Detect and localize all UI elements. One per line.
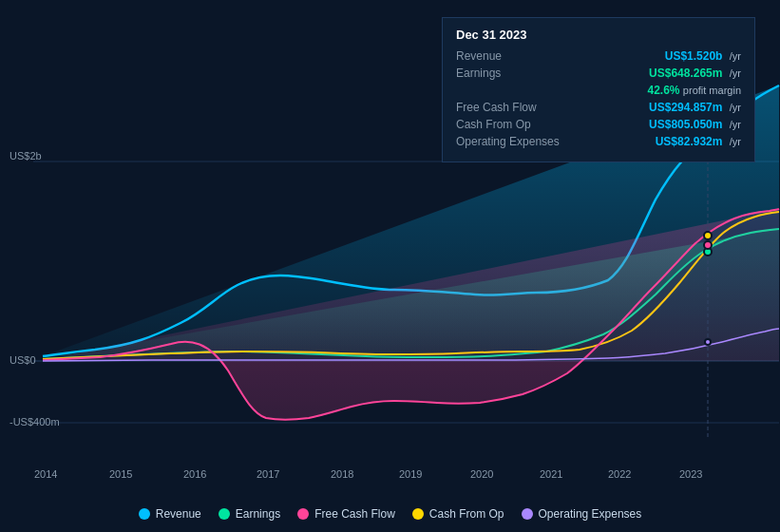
svg-point-7: [704, 232, 712, 239]
tooltip-revenue-label: Revenue: [456, 49, 561, 63]
legend-earnings[interactable]: Earnings: [219, 507, 280, 521]
tooltip-margin-pct: 42.6%: [647, 84, 679, 97]
tooltip-earnings-label: Earnings: [456, 66, 561, 80]
legend-earnings-label: Earnings: [236, 507, 280, 521]
legend-fcf[interactable]: Free Cash Flow: [297, 507, 395, 521]
y-label-2b: US$2b: [10, 150, 42, 162]
x-label-2016: 2016: [183, 468, 206, 480]
legend-opex-label: Operating Expenses: [539, 507, 642, 521]
x-label-2019: 2019: [399, 468, 422, 480]
chart-container: Dec 31 2023 Revenue US$1.520b /yr Earnin…: [0, 0, 780, 532]
tooltip-revenue-row: Revenue US$1.520b /yr: [456, 49, 741, 63]
tooltip-opex-label: Operating Expenses: [456, 135, 561, 148]
x-label-2021: 2021: [540, 468, 562, 480]
legend-cfo-dot: [412, 508, 424, 520]
tooltip-revenue-unit: /yr: [730, 50, 741, 62]
svg-point-8: [705, 339, 711, 345]
legend-revenue-label: Revenue: [156, 507, 201, 521]
tooltip-cfo-label: Cash From Op: [456, 118, 561, 131]
legend-revenue[interactable]: Revenue: [139, 507, 201, 521]
legend-revenue-dot: [139, 508, 150, 520]
x-label-2015: 2015: [109, 468, 132, 480]
x-label-2018: 2018: [331, 468, 353, 480]
tooltip-fcf-value: US$294.857m: [649, 101, 722, 114]
tooltip-earnings-value: US$648.265m: [649, 66, 722, 80]
legend-cfo-label: Cash From Op: [429, 507, 504, 521]
x-label-2020: 2020: [470, 468, 493, 480]
legend-cfo[interactable]: Cash From Op: [412, 507, 504, 521]
legend-opex-dot: [522, 508, 533, 520]
tooltip-margin-row: 42.6% profit margin: [456, 84, 741, 97]
x-label-2014: 2014: [34, 468, 57, 480]
legend-fcf-dot: [297, 508, 309, 520]
tooltip-fcf-label: Free Cash Flow: [456, 101, 561, 114]
x-label-2023: 2023: [679, 468, 702, 480]
tooltip-title: Dec 31 2023: [456, 28, 741, 42]
tooltip-opex-unit: /yr: [730, 136, 741, 147]
tooltip-cfo-row: Cash From Op US$805.050m /yr: [456, 118, 741, 131]
tooltip-fcf-row: Free Cash Flow US$294.857m /yr: [456, 101, 741, 114]
chart-legend: Revenue Earnings Free Cash Flow Cash Fro…: [0, 507, 780, 521]
legend-opex[interactable]: Operating Expenses: [522, 507, 642, 521]
legend-fcf-label: Free Cash Flow: [314, 507, 395, 521]
tooltip-cfo-value: US$805.050m: [649, 118, 722, 131]
tooltip-cfo-unit: /yr: [730, 119, 741, 130]
x-label-2017: 2017: [257, 468, 279, 480]
tooltip-fcf-unit: /yr: [730, 102, 741, 113]
tooltip-revenue-value: US$1.520b: [665, 49, 723, 63]
tooltip-earnings-row: Earnings US$648.265m /yr: [456, 66, 741, 80]
tooltip-opex-value: US$82.932m: [656, 135, 723, 148]
tooltip-earnings-unit: /yr: [730, 67, 741, 79]
tooltip-margin-text: profit margin: [683, 85, 741, 96]
svg-point-6: [704, 241, 712, 249]
x-label-2022: 2022: [608, 468, 631, 480]
y-label-0: US$0: [10, 354, 36, 366]
y-label-neg400m: -US$400m: [10, 416, 60, 428]
tooltip-box: Dec 31 2023 Revenue US$1.520b /yr Earnin…: [442, 17, 755, 162]
tooltip-opex-row: Operating Expenses US$82.932m /yr: [456, 135, 741, 148]
legend-earnings-dot: [219, 508, 230, 520]
